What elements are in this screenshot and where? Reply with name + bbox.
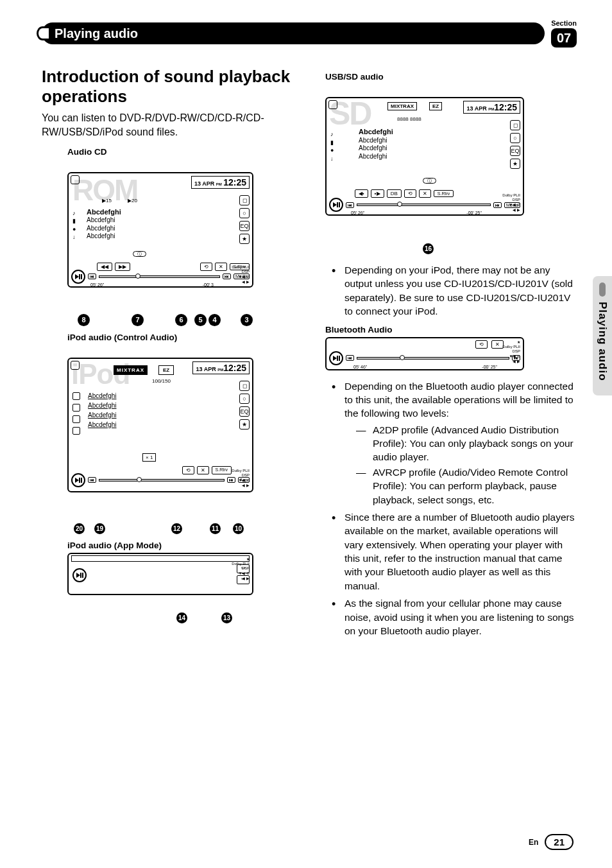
clock-box: 13 APR PM12:25: [463, 101, 520, 114]
label-ipod-app: iPod audio (App Mode): [67, 541, 300, 550]
next-mini[interactable]: ⏭: [512, 355, 520, 361]
callout-16: 16: [423, 243, 434, 254]
figure-ipod-ctrl: 17 18 9 21 iPod MIXTRAX EZ 13 APR PM12:2…: [67, 358, 273, 534]
favorite-icon[interactable]: ★: [510, 159, 520, 169]
prev-mini[interactable]: ⏮: [346, 202, 354, 208]
callout-4: 4: [208, 314, 221, 326]
mixtrax-badge[interactable]: MIXTRAX: [114, 365, 148, 375]
section-label: Section: [551, 19, 577, 27]
next-mini[interactable]: ⏭: [223, 273, 231, 279]
mute-icon[interactable]: ◻: [510, 120, 520, 130]
eq-icon[interactable]: EQ: [239, 406, 250, 417]
ipod-title-4[interactable]: Abcdefghi: [88, 420, 116, 430]
media-button[interactable]: Media: [504, 202, 520, 208]
progress-bar[interactable]: [357, 357, 509, 360]
top-left-icon[interactable]: [71, 361, 80, 370]
sd-title-2: Abcdefghi: [359, 137, 393, 145]
folder-counter: 8888 8888: [397, 116, 421, 122]
play-pause-button[interactable]: [71, 270, 85, 284]
srtrv-button[interactable]: S.Rtrv: [434, 190, 454, 197]
play-pause-button[interactable]: [329, 198, 343, 212]
sd-title-1: Abcdefghi: [359, 128, 393, 137]
mixtrax-badge[interactable]: MIXTRAX: [387, 102, 417, 110]
mute-icon[interactable]: ◻: [239, 195, 250, 205]
ipod-title-1[interactable]: Abcdefghi: [88, 391, 116, 401]
page-heading: Introduction of sound playback operation…: [42, 67, 300, 106]
remain-time: -00' 25": [466, 211, 482, 215]
play-pause-button[interactable]: [329, 351, 343, 365]
header-title: Playing audio: [55, 26, 138, 41]
title-row-1: Abcdefghi: [87, 208, 121, 217]
right-column: USB/SD audio 15 SD MIXTRAX EZ 13 APR PM1…: [319, 67, 577, 641]
track-indicator-1: ▶15: [102, 198, 112, 204]
ipod-title-2[interactable]: Abcdefghi: [88, 401, 116, 410]
top-left-icon[interactable]: [71, 175, 80, 184]
sd-title-4: Abcdefghi: [359, 153, 393, 161]
db-button[interactable]: DB: [387, 189, 402, 198]
prev-mini[interactable]: ⏮: [88, 477, 96, 483]
progress-bar[interactable]: [357, 204, 491, 206]
callout-12: 12: [171, 523, 182, 534]
play-pause-button[interactable]: [72, 568, 87, 582]
top-left-icon[interactable]: [328, 100, 337, 109]
section-box: Section 07: [551, 19, 577, 48]
footer-page-number: 21: [545, 834, 574, 850]
track-title-list: Abcdefghi Abcdefghi Abcdefghi Abcdefghi: [87, 208, 121, 241]
ez-badge[interactable]: EZ: [158, 365, 174, 375]
folder-down-button[interactable]: ▪▶: [371, 189, 384, 198]
favorite-icon[interactable]: ★: [239, 234, 250, 244]
attenuate-icon[interactable]: ○: [239, 208, 250, 218]
shuffle-button[interactable]: ✕: [491, 340, 504, 349]
dash-avrcp: AVRCP profile (Audio/Video Remote Contro…: [356, 465, 577, 507]
callout-6: 6: [175, 314, 187, 326]
label-bt: Bluetooth Audio: [325, 325, 577, 334]
figure-usb-sd: 15 SD MIXTRAX EZ 13 APR PM12:25 8888 888…: [325, 97, 543, 254]
ipod-title-list: Abcdefghi Abcdefghi Abcdefghi Abcdefghi: [88, 391, 116, 430]
progress-row: ⏮ ⏭: [329, 351, 520, 365]
speed-indicator[interactable]: × 1: [142, 453, 156, 462]
media-button[interactable]: Media: [234, 273, 250, 279]
prev-mini[interactable]: ⏮: [346, 355, 354, 361]
clock-date: 13 APR: [194, 180, 214, 187]
section-number: 07: [551, 28, 577, 48]
bullet-bt-levels: Depending on the Bluetooth audio player …: [332, 379, 577, 507]
attenuate-icon[interactable]: ○: [510, 133, 520, 143]
track-counter: 100/150: [152, 378, 171, 384]
favorite-icon[interactable]: ★: [239, 419, 250, 430]
elapsed-time: 05' 46": [353, 365, 367, 369]
label-ipod-ctrl: iPod audio (Control Audio): [67, 333, 300, 342]
progress-bar[interactable]: [99, 479, 225, 482]
repeat-button[interactable]: ⟲: [475, 340, 488, 349]
info-pill[interactable]: ⓘ: [133, 247, 146, 258]
bullet-bt-vary: Since there are a number of Bluetooth au…: [332, 510, 577, 593]
right-side-icons: ◻ ○ EQ ★: [239, 195, 250, 244]
elapsed-time: 05' 26": [351, 211, 364, 215]
next-mini[interactable]: ⏭: [493, 202, 502, 208]
eq-icon[interactable]: EQ: [239, 221, 250, 231]
bullet-bt-levels-text: Depending on the Bluetooth audio player …: [344, 381, 574, 419]
ipod-title-3[interactable]: Abcdefghi: [88, 410, 116, 420]
dash-a2dp: A2DP profile (Advanced Audio Distributio…: [356, 423, 577, 464]
callout-14: 14: [176, 612, 187, 623]
title-row-2: Abcdefghi: [87, 216, 121, 225]
left-meta-icons: ♪▮●↓: [330, 130, 334, 162]
repeat-button[interactable]: ⟲: [404, 189, 416, 198]
footer-language: En: [529, 838, 538, 847]
info-pill[interactable]: ⓘ: [423, 173, 436, 185]
dolby-label: Dolby PLII: [232, 265, 250, 269]
mute-icon[interactable]: ◻: [239, 381, 250, 391]
eq-icon[interactable]: EQ: [510, 146, 520, 156]
play-pause-button[interactable]: [71, 473, 85, 487]
progress-bar[interactable]: [99, 275, 220, 278]
app-button[interactable]: App: [238, 477, 250, 483]
sd-title-list: Abcdefghi Abcdefghi Abcdefghi Abcdefghi: [359, 128, 393, 161]
attenuate-icon[interactable]: ○: [239, 394, 250, 404]
next-mini[interactable]: ⏭: [227, 477, 235, 483]
ez-badge[interactable]: EZ: [429, 102, 442, 110]
screen-bt: ⟲ ✕ ★Dolby PLIIDSP▼◀ ⊘◀ ▶ ⏮ ⏭ 05' 46" -0…: [325, 337, 524, 370]
shuffle-button[interactable]: ✕: [419, 189, 431, 198]
prev-mini[interactable]: ⏮: [88, 273, 96, 279]
right-side-icons: ◻ ○ EQ ★: [239, 381, 250, 430]
folder-up-button[interactable]: ◀▪: [355, 189, 368, 198]
side-tab-label: Playing audio: [596, 302, 609, 381]
